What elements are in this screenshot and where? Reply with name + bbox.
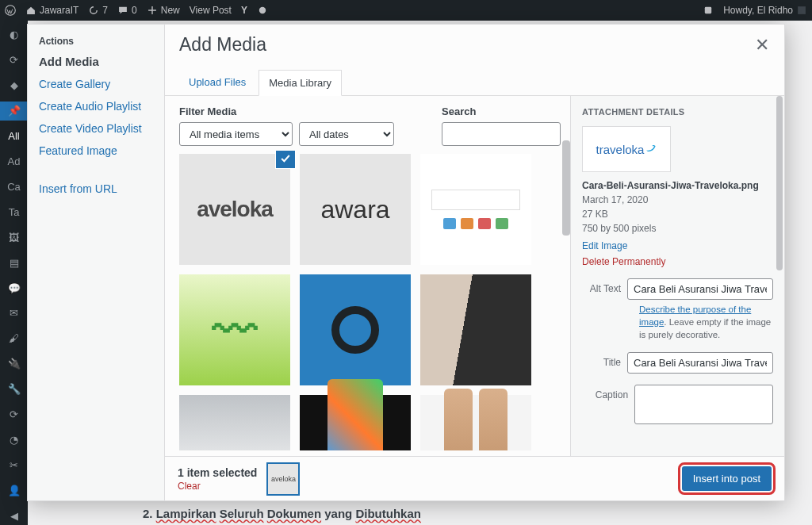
site-name[interactable]: JawaraIT: [25, 5, 79, 16]
wp-admin-bar: JawaraIT 7 0 New View Post Y Howdy, El R…: [0, 0, 812, 21]
notification-icon[interactable]: [703, 5, 714, 16]
svg-point-1: [259, 7, 266, 13]
view-post-label: View Post: [190, 5, 232, 16]
updates-count: 7: [102, 5, 108, 16]
view-post[interactable]: View Post: [190, 5, 232, 16]
svg-rect-3: [798, 6, 806, 14]
howdy-user[interactable]: Howdy, El Ridho: [723, 5, 807, 16]
plugin-icon[interactable]: [257, 5, 268, 16]
site-name-label: JawaraIT: [40, 5, 79, 16]
comments-count: 0: [132, 5, 137, 16]
wp-logo[interactable]: [5, 5, 16, 16]
new-label: New: [161, 5, 180, 16]
comments-indicator[interactable]: 0: [117, 5, 137, 16]
yoast-icon[interactable]: Y: [241, 5, 247, 16]
svg-point-0: [6, 6, 16, 16]
updates-indicator[interactable]: 7: [88, 5, 108, 16]
new-content[interactable]: New: [147, 5, 180, 16]
svg-rect-2: [705, 7, 711, 13]
howdy-label: Howdy, El Ridho: [723, 5, 793, 16]
